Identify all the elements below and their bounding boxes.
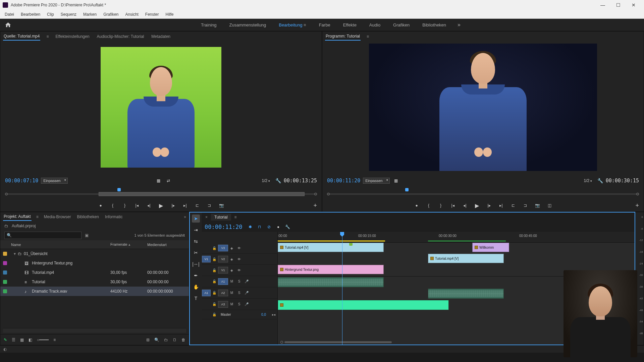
window-close-button[interactable]: ✕	[626, 0, 641, 10]
insert-button[interactable]: ⊏	[194, 202, 201, 209]
source-wrench-icon[interactable]: 🔧	[275, 178, 281, 183]
program-settings-icon[interactable]: ▦	[392, 177, 400, 184]
mark-out-button[interactable]: }	[121, 202, 128, 209]
go-to-in-button[interactable]: |◂	[133, 202, 141, 209]
project-item[interactable]: 🎞Tutorial.mp4 30,00 fps00:00:00:00	[0, 268, 189, 277]
col-name[interactable]: Name	[11, 243, 110, 247]
video-clip[interactable]: Hintergrund Textur.png	[278, 265, 384, 274]
automate-to-sequence-icon[interactable]: ⊞	[146, 338, 150, 342]
menu-bearbeiten[interactable]: Bearbeiten	[17, 11, 44, 18]
ripple-edit-tool[interactable]: ⇆	[192, 237, 200, 245]
menu-grafiken[interactable]: Grafiken	[100, 11, 122, 18]
workspace-tab-training[interactable]: Training	[200, 20, 218, 30]
audio-clip[interactable]	[278, 277, 384, 287]
workspace-tab-bibliotheken[interactable]: Bibliotheken	[421, 20, 447, 30]
linked-selection-icon[interactable]: ⊘	[266, 224, 272, 230]
sort-icon[interactable]: ≡	[53, 338, 56, 342]
source-tab-2[interactable]: Audioclip-Mischer: Tutorial	[96, 33, 145, 40]
project-tab[interactable]: Projekt: Auftakt	[3, 213, 32, 221]
video-track-head-V1[interactable]: 🔓 V1 ◈👁	[202, 265, 277, 276]
clear-icon[interactable]: 🗑	[181, 338, 185, 342]
slip-tool[interactable]: |↔|	[192, 260, 200, 268]
type-tool[interactable]: T	[192, 294, 200, 302]
workspace-tab-grafiken[interactable]: Grafiken	[392, 20, 411, 30]
menu-clip[interactable]: Clip	[44, 11, 57, 18]
step-forward-button[interactable]: |▸	[169, 202, 177, 209]
button-editor-plus[interactable]: +	[635, 202, 639, 209]
add-marker-button[interactable]: ●	[413, 202, 420, 209]
snap-icon[interactable]: ⊓	[257, 224, 263, 230]
workspace-tab-audio[interactable]: Audio	[368, 20, 382, 30]
filter-bin-icon[interactable]: ▣	[85, 233, 89, 238]
new-item-icon[interactable]: 🗋	[173, 338, 177, 342]
source-tab-3[interactable]: Metadaten	[151, 33, 171, 40]
project-item[interactable]: ♪Dramatic Track.wav 44100 Hz00:00:00:000…	[0, 287, 189, 296]
libraries-tab[interactable]: Bibliotheken	[76, 213, 99, 221]
pen-tool[interactable]: ✒	[192, 272, 200, 280]
video-clip[interactable]: Tutorial.mp4 [V]	[278, 243, 384, 252]
source-resolution-dropdown[interactable]: 1/2	[259, 178, 272, 183]
col-framerate[interactable]: Framerate ▴	[110, 242, 147, 247]
extract-button[interactable]: ⊐	[522, 202, 529, 209]
comparison-view-button[interactable]: ◫	[546, 202, 553, 209]
project-item[interactable]: ≡Tutorial 30,00 fps00:00:00:00	[0, 277, 189, 287]
playhead[interactable]	[342, 232, 342, 345]
video-track-head-V2[interactable]: V1 🔓 V2 ◈👁	[202, 254, 277, 265]
pen-icon[interactable]: ✎	[4, 338, 7, 342]
step-back-button[interactable]: ◂|	[145, 202, 153, 209]
workspace-tab-farbe[interactable]: Farbe	[318, 20, 332, 30]
overwrite-button[interactable]: ⊐	[206, 202, 213, 209]
workspace-overflow-button[interactable]: »	[458, 22, 461, 28]
audio-track-head-A2[interactable]: A1 🔓 A2 MS🎤	[202, 287, 277, 299]
track-select-tool[interactable]: ⇥	[192, 226, 200, 234]
zoom-slider[interactable]: ○━━━━	[37, 338, 49, 342]
menu-marken[interactable]: Marken	[80, 11, 100, 18]
audio-clip[interactable]	[428, 289, 504, 299]
program-viewer[interactable]	[322, 42, 644, 173]
audio-track-head-A1[interactable]: 🔓 A1 MS🎤	[202, 276, 277, 287]
timeline-ruler[interactable]: :00:0000:00:15:0000:00:30:0000:00:45:00	[278, 232, 635, 243]
step-forward-button[interactable]: |▸	[485, 202, 493, 209]
play-button[interactable]: ▶	[157, 202, 165, 209]
add-marker-icon[interactable]: ●	[275, 224, 281, 230]
project-bin-row[interactable]: ▾🗀01_Übersicht	[0, 249, 189, 258]
workspace-tab-zusammenstellung[interactable]: Zusammenstellung	[228, 20, 268, 30]
program-timecode-current[interactable]: 00:00:11:20	[327, 178, 360, 184]
menu-sequenz[interactable]: Sequenz	[57, 11, 80, 18]
step-back-button[interactable]: ◂|	[461, 202, 469, 209]
source-drag-icon[interactable]: ⇄	[165, 177, 172, 184]
program-wrench-icon[interactable]: 🔧	[597, 178, 603, 183]
source-scrubber[interactable]	[5, 189, 317, 198]
source-fit-dropdown[interactable]: Einpassen	[41, 178, 67, 184]
source-timecode-current[interactable]: 00:00:07:10	[5, 178, 38, 184]
export-frame-button[interactable]: 📷	[534, 202, 541, 209]
media-browser-tab[interactable]: Media-Browser	[43, 213, 72, 221]
workspace-tab-bearbeitung[interactable]: Bearbeitung ≡	[277, 20, 307, 30]
lift-button[interactable]: ⊏	[509, 202, 517, 209]
icon-view-icon[interactable]: ▦	[20, 338, 24, 342]
razor-tool[interactable]: ✂	[192, 249, 200, 257]
mark-out-button[interactable]: }	[437, 202, 444, 209]
source-tab-1[interactable]: Effekteinstellungen	[55, 33, 90, 40]
info-tab[interactable]: Informatic	[104, 213, 123, 221]
list-view-icon[interactable]: ☰	[12, 338, 15, 342]
insert-sequence-icon[interactable]: ✱	[247, 224, 253, 230]
mark-in-button[interactable]: {	[109, 202, 116, 209]
find-icon[interactable]: 🔍	[154, 338, 159, 342]
go-to-in-button[interactable]: |◂	[449, 202, 457, 209]
program-resolution-dropdown[interactable]: 1/2	[581, 178, 594, 183]
menu-fenster[interactable]: Fenster	[142, 11, 162, 18]
menu-ansicht[interactable]: Ansicht	[122, 11, 142, 18]
video-clip[interactable]: Tutorial.mp4 [V]	[428, 254, 504, 263]
source-viewer[interactable]	[0, 42, 322, 173]
mark-in-button[interactable]: {	[425, 202, 432, 209]
freeform-view-icon[interactable]: ◧	[29, 338, 32, 342]
menu-datei[interactable]: Datei	[1, 11, 17, 18]
window-minimize-button[interactable]: —	[595, 0, 610, 10]
export-frame-button[interactable]: 📷	[218, 202, 225, 209]
home-button[interactable]	[3, 21, 13, 29]
selection-tool[interactable]: ➤	[192, 215, 200, 223]
hand-tool[interactable]: ✋	[192, 283, 200, 291]
go-to-out-button[interactable]: ▸|	[497, 202, 505, 209]
window-maximize-button[interactable]: ☐	[610, 0, 626, 10]
